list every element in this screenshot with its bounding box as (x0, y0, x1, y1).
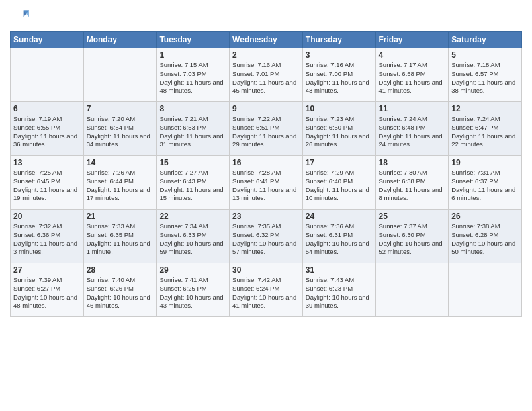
calendar-cell: 25Sunrise: 7:37 AM Sunset: 6:30 PM Dayli… (375, 210, 449, 263)
day-number: 6 (13, 104, 81, 113)
day-info: Sunrise: 7:29 AM Sunset: 6:40 PM Dayligh… (306, 169, 373, 203)
day-info: Sunrise: 7:34 AM Sunset: 6:33 PM Dayligh… (159, 222, 226, 257)
day-number: 18 (379, 158, 446, 167)
weekday-header-saturday: Saturday (449, 32, 522, 48)
calendar-cell: 7Sunrise: 7:20 AM Sunset: 6:54 PM Daylig… (83, 102, 157, 156)
day-number: 3 (306, 50, 373, 60)
day-info: Sunrise: 7:38 AM Sunset: 6:28 PM Dayligh… (451, 222, 519, 257)
calendar-cell: 15Sunrise: 7:27 AM Sunset: 6:43 PM Dayli… (157, 156, 230, 210)
day-info: Sunrise: 7:18 AM Sunset: 6:57 PM Dayligh… (451, 61, 519, 95)
calendar-cell: 14Sunrise: 7:26 AM Sunset: 6:44 PM Dayli… (83, 156, 157, 210)
weekday-header-wednesday: Wednesday (230, 32, 303, 48)
day-number: 8 (159, 104, 226, 113)
calendar-cell: 20Sunrise: 7:32 AM Sunset: 6:36 PM Dayli… (11, 210, 84, 263)
calendar-cell: 10Sunrise: 7:23 AM Sunset: 6:50 PM Dayli… (302, 102, 375, 156)
day-number: 5 (451, 50, 519, 60)
weekday-header-monday: Monday (83, 32, 157, 48)
calendar-cell: 6Sunrise: 7:19 AM Sunset: 6:55 PM Daylig… (11, 102, 84, 156)
calendar-cell: 30Sunrise: 7:42 AM Sunset: 6:24 PM Dayli… (230, 263, 303, 317)
day-number: 4 (379, 50, 446, 60)
day-info: Sunrise: 7:39 AM Sunset: 6:27 PM Dayligh… (13, 276, 81, 310)
day-number: 21 (87, 212, 154, 221)
day-info: Sunrise: 7:26 AM Sunset: 6:44 PM Dayligh… (87, 169, 154, 203)
day-number: 25 (379, 212, 446, 221)
calendar-cell: 16Sunrise: 7:28 AM Sunset: 6:41 PM Dayli… (230, 156, 303, 210)
day-info: Sunrise: 7:40 AM Sunset: 6:26 PM Dayligh… (87, 276, 154, 310)
day-number: 13 (13, 158, 81, 167)
calendar-cell (375, 263, 449, 317)
day-number: 19 (451, 158, 519, 167)
calendar-cell: 5Sunrise: 7:18 AM Sunset: 6:57 PM Daylig… (449, 48, 522, 102)
day-info: Sunrise: 7:41 AM Sunset: 6:25 PM Dayligh… (159, 276, 226, 310)
day-info: Sunrise: 7:16 AM Sunset: 7:01 PM Dayligh… (232, 61, 300, 95)
calendar-body: 1Sunrise: 7:15 AM Sunset: 7:03 PM Daylig… (11, 48, 522, 317)
weekday-row: SundayMondayTuesdayWednesdayThursdayFrid… (11, 32, 522, 48)
calendar-cell: 22Sunrise: 7:34 AM Sunset: 6:33 PM Dayli… (157, 210, 230, 263)
day-number: 26 (451, 212, 519, 221)
day-info: Sunrise: 7:32 AM Sunset: 6:36 PM Dayligh… (13, 222, 81, 257)
day-info: Sunrise: 7:33 AM Sunset: 6:35 PM Dayligh… (87, 222, 154, 257)
day-info: Sunrise: 7:31 AM Sunset: 6:37 PM Dayligh… (451, 169, 519, 203)
day-info: Sunrise: 7:35 AM Sunset: 6:32 PM Dayligh… (232, 222, 300, 257)
day-number: 28 (87, 265, 154, 275)
day-number: 7 (87, 104, 154, 113)
day-number: 31 (306, 265, 373, 275)
calendar-cell: 9Sunrise: 7:22 AM Sunset: 6:51 PM Daylig… (230, 102, 303, 156)
day-number: 30 (232, 265, 300, 275)
day-number: 20 (13, 212, 81, 221)
calendar-cell: 24Sunrise: 7:36 AM Sunset: 6:31 PM Dayli… (302, 210, 375, 263)
page-container: SundayMondayTuesdayWednesdayThursdayFrid… (0, 0, 532, 327)
calendar-cell: 11Sunrise: 7:24 AM Sunset: 6:48 PM Dayli… (375, 102, 449, 156)
calendar-cell: 31Sunrise: 7:43 AM Sunset: 6:23 PM Dayli… (302, 263, 375, 317)
day-info: Sunrise: 7:25 AM Sunset: 6:45 PM Dayligh… (13, 169, 81, 203)
day-number: 22 (159, 212, 226, 221)
calendar-cell: 28Sunrise: 7:40 AM Sunset: 6:26 PM Dayli… (83, 263, 157, 317)
day-info: Sunrise: 7:19 AM Sunset: 6:55 PM Dayligh… (13, 115, 81, 149)
calendar-cell: 3Sunrise: 7:16 AM Sunset: 7:00 PM Daylig… (302, 48, 375, 102)
day-info: Sunrise: 7:17 AM Sunset: 6:58 PM Dayligh… (379, 61, 446, 95)
calendar-cell: 12Sunrise: 7:24 AM Sunset: 6:47 PM Dayli… (449, 102, 522, 156)
day-info: Sunrise: 7:22 AM Sunset: 6:51 PM Dayligh… (232, 115, 300, 149)
day-number: 10 (306, 104, 373, 113)
calendar-cell (83, 48, 157, 102)
day-number: 17 (306, 158, 373, 167)
day-number: 2 (232, 50, 300, 60)
day-info: Sunrise: 7:43 AM Sunset: 6:23 PM Dayligh… (306, 276, 373, 310)
calendar-cell: 1Sunrise: 7:15 AM Sunset: 7:03 PM Daylig… (157, 48, 230, 102)
day-info: Sunrise: 7:28 AM Sunset: 6:41 PM Dayligh… (232, 169, 300, 203)
week-row-1: 1Sunrise: 7:15 AM Sunset: 7:03 PM Daylig… (11, 48, 522, 102)
calendar-cell: 4Sunrise: 7:17 AM Sunset: 6:58 PM Daylig… (375, 48, 449, 102)
week-row-4: 20Sunrise: 7:32 AM Sunset: 6:36 PM Dayli… (11, 210, 522, 263)
day-info: Sunrise: 7:30 AM Sunset: 6:38 PM Dayligh… (379, 169, 446, 203)
day-number: 1 (159, 50, 226, 60)
logo (10, 7, 32, 26)
day-number: 16 (232, 158, 300, 167)
day-number: 29 (159, 265, 226, 275)
calendar-cell (11, 48, 84, 102)
logo-icon (10, 7, 29, 26)
day-info: Sunrise: 7:24 AM Sunset: 6:48 PM Dayligh… (379, 115, 446, 149)
day-number: 12 (451, 104, 519, 113)
day-number: 24 (306, 212, 373, 221)
day-number: 14 (87, 158, 154, 167)
calendar-cell: 19Sunrise: 7:31 AM Sunset: 6:37 PM Dayli… (449, 156, 522, 210)
calendar-cell: 17Sunrise: 7:29 AM Sunset: 6:40 PM Dayli… (302, 156, 375, 210)
calendar-cell: 27Sunrise: 7:39 AM Sunset: 6:27 PM Dayli… (11, 263, 84, 317)
calendar-cell: 29Sunrise: 7:41 AM Sunset: 6:25 PM Dayli… (157, 263, 230, 317)
day-number: 23 (232, 212, 300, 221)
day-number: 9 (232, 104, 300, 113)
calendar-header: SundayMondayTuesdayWednesdayThursdayFrid… (11, 32, 522, 48)
day-number: 11 (379, 104, 446, 113)
header (10, 7, 522, 26)
weekday-header-thursday: Thursday (302, 32, 375, 48)
weekday-header-sunday: Sunday (11, 32, 84, 48)
calendar-cell: 2Sunrise: 7:16 AM Sunset: 7:01 PM Daylig… (230, 48, 303, 102)
calendar-cell: 18Sunrise: 7:30 AM Sunset: 6:38 PM Dayli… (375, 156, 449, 210)
day-info: Sunrise: 7:21 AM Sunset: 6:53 PM Dayligh… (159, 115, 226, 149)
calendar-cell: 26Sunrise: 7:38 AM Sunset: 6:28 PM Dayli… (449, 210, 522, 263)
day-info: Sunrise: 7:15 AM Sunset: 7:03 PM Dayligh… (159, 61, 226, 95)
day-info: Sunrise: 7:23 AM Sunset: 6:50 PM Dayligh… (306, 115, 373, 149)
week-row-3: 13Sunrise: 7:25 AM Sunset: 6:45 PM Dayli… (11, 156, 522, 210)
calendar-table: SundayMondayTuesdayWednesdayThursdayFrid… (10, 31, 522, 317)
week-row-5: 27Sunrise: 7:39 AM Sunset: 6:27 PM Dayli… (11, 263, 522, 317)
